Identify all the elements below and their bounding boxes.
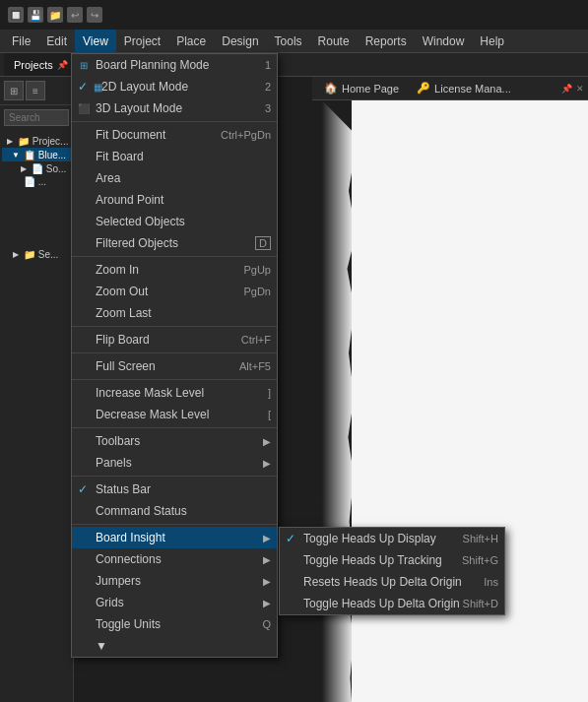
panel-close-icon[interactable]: ✕	[576, 84, 584, 94]
divider-8	[72, 524, 277, 525]
tree-item-project[interactable]: ▶ 📁 Projec...	[2, 134, 71, 148]
undo-icon[interactable]: ↩	[67, 7, 83, 23]
tab-pin-icon[interactable]: 📌	[57, 60, 68, 70]
menu-toolbars[interactable]: Toolbars ▶	[72, 430, 277, 452]
menu-file[interactable]: File	[4, 30, 38, 52]
tree-item-source[interactable]: ▶ 📄 So...	[2, 161, 71, 175]
menu-more[interactable]: ▼	[72, 635, 277, 657]
tab-license[interactable]: 🔑 License Mana...	[409, 80, 519, 96]
menu-fit-board[interactable]: Fit Board	[72, 146, 277, 167]
tree-item-label-5: 📁 Se...	[24, 249, 58, 260]
search-input[interactable]	[4, 109, 69, 126]
check-heads-up-display: ✓	[286, 532, 295, 545]
menu-window[interactable]: Window	[415, 30, 473, 52]
menu-label-connections: Connections	[96, 552, 162, 566]
tree-item-label: 📁 Projec...	[18, 136, 68, 147]
key-icon: 🔑	[417, 82, 430, 95]
menu-around-point[interactable]: Around Point	[72, 189, 277, 211]
menu-label-3d: 3D Layout Mode	[96, 101, 182, 115]
menu-jumpers[interactable]: Jumpers ▶	[72, 570, 277, 592]
tree-item-sub[interactable]: 📄 ...	[2, 175, 71, 188]
title-bar-icons: 🔲 💾 📁 ↩ ↪	[8, 7, 102, 23]
menu-label-fit-doc: Fit Document	[96, 128, 165, 142]
divider-6	[72, 427, 277, 428]
folder-icon[interactable]: 📁	[47, 7, 63, 23]
menu-tools[interactable]: Tools	[267, 30, 310, 52]
menu-zoom-out[interactable]: Zoom Out PgDn	[72, 281, 277, 302]
divider-1	[72, 121, 277, 122]
sidebar-btn-1[interactable]: ⊞	[4, 81, 24, 100]
shortcut-flip-board: Ctrl+F	[241, 334, 271, 346]
tree-icon-5: ▶	[10, 248, 22, 260]
menu-label-increase-mask: Increase Mask Level	[96, 386, 204, 400]
shortcut-increase-mask: ]	[268, 387, 271, 399]
menu-design[interactable]: Design	[214, 30, 266, 52]
menu-label-zoom-out: Zoom Out	[96, 285, 148, 298]
menu-resets-heads-up-delta[interactable]: Resets Heads Up Delta Origin Ins	[280, 571, 504, 593]
menu-decrease-mask[interactable]: Decrease Mask Level [	[72, 404, 277, 425]
menu-zoom-in[interactable]: Zoom In PgUp	[72, 259, 277, 281]
tree-item-label-2: 📋 Blue...	[24, 150, 66, 160]
menu-toggle-heads-up-display[interactable]: ✓ Toggle Heads Up Display Shift+H	[280, 528, 504, 549]
check-icon-status: ✓	[78, 482, 88, 496]
menu-reports[interactable]: Reports	[358, 30, 415, 52]
toolbars-arrow: ▶	[263, 436, 271, 447]
tree-icon-3: ▶	[18, 162, 30, 174]
shortcut-toggle-hut: Shift+G	[462, 554, 498, 566]
tab-homepage[interactable]: 🏠 Home Page	[316, 80, 407, 96]
menu-2d-layout[interactable]: ✓ ▦ 2D Layout Mode 2	[72, 76, 277, 97]
menu-connections[interactable]: Connections ▶	[72, 548, 277, 570]
menu-board-planning-mode[interactable]: ⊞ Board Planning Mode 1	[72, 54, 277, 76]
tree-item-blue[interactable]: ▼ 📋 Blue...	[2, 148, 71, 161]
menu-board-insight[interactable]: Board Insight ▶	[72, 527, 277, 548]
menu-label-flip-board: Flip Board	[96, 333, 150, 347]
menu-status-bar[interactable]: ✓ Status Bar	[72, 479, 277, 500]
menu-full-screen[interactable]: Full Screen Alt+F5	[72, 355, 277, 377]
divider-7	[72, 476, 277, 477]
sidebar: ⊞ ≡ ▶ 📁 Projec... ▼ 📋 Blue... ▶ 📄 So... …	[0, 77, 74, 702]
menu-toggle-heads-up-delta[interactable]: Toggle Heads Up Delta Origin Shift+D	[280, 593, 504, 614]
menu-flip-board[interactable]: Flip Board Ctrl+F	[72, 329, 277, 351]
menu-3d-layout[interactable]: ⬛ 3D Layout Mode 3	[72, 97, 277, 119]
menu-edit[interactable]: Edit	[38, 30, 75, 52]
menu-selected-objects[interactable]: Selected Objects	[72, 211, 277, 232]
menu-grids[interactable]: Grids ▶	[72, 592, 277, 613]
tree-item-label-4: 📄 ...	[24, 176, 46, 187]
menu-view[interactable]: View	[75, 30, 116, 52]
menu-label-command-status: Command Status	[96, 504, 187, 518]
view-menu[interactable]: ⊞ Board Planning Mode 1 ✓ ▦ 2D Layout Mo…	[71, 53, 278, 658]
home-icon: 🏠	[324, 82, 338, 95]
menu-label-status-bar: Status Bar	[96, 482, 151, 496]
menu-toggle-units[interactable]: Toggle Units Q	[72, 613, 277, 635]
tree-item-label-3: 📄 So...	[32, 163, 66, 174]
menu-panels[interactable]: Panels ▶	[72, 452, 277, 474]
save-icon[interactable]: 💾	[28, 7, 43, 23]
menu-zoom-last[interactable]: Zoom Last	[72, 302, 277, 324]
2d-icon: ▦	[90, 79, 105, 95]
sidebar-btn-2[interactable]: ≡	[26, 81, 45, 100]
divider-2	[72, 256, 277, 257]
menu-route[interactable]: Route	[310, 30, 358, 52]
redo-icon[interactable]: ↪	[87, 7, 102, 23]
panel-pin-icon[interactable]: 📌	[561, 84, 572, 94]
menu-label-area: Area	[96, 171, 120, 185]
menu-toggle-heads-up-tracking[interactable]: Toggle Heads Up Tracking Shift+G	[280, 549, 504, 571]
menu-help[interactable]: Help	[472, 30, 512, 52]
menu-filtered-objects[interactable]: Filtered Objects D	[72, 232, 277, 254]
menu-project[interactable]: Project	[116, 30, 168, 52]
divider-3	[72, 326, 277, 327]
menu-area[interactable]: Area	[72, 167, 277, 189]
menu-increase-mask[interactable]: Increase Mask Level ]	[72, 382, 277, 404]
3d-icon: ⬛	[76, 100, 92, 116]
tree-item-se[interactable]: ▶ 📁 Se...	[2, 247, 71, 261]
menu-label-panels: Panels	[96, 456, 132, 470]
menu-place[interactable]: Place	[168, 30, 214, 52]
menu-label-grids: Grids	[96, 596, 124, 609]
menu-command-status[interactable]: Command Status	[72, 500, 277, 522]
grids-arrow: ▶	[263, 598, 271, 608]
divider-4	[72, 352, 277, 353]
shortcut-fit-doc: Ctrl+PgDn	[221, 129, 271, 141]
menu-fit-document[interactable]: Fit Document Ctrl+PgDn	[72, 124, 277, 146]
menu-label-decrease-mask: Decrease Mask Level	[96, 408, 209, 421]
board-insight-submenu[interactable]: ✓ Toggle Heads Up Display Shift+H Toggle…	[279, 527, 505, 615]
